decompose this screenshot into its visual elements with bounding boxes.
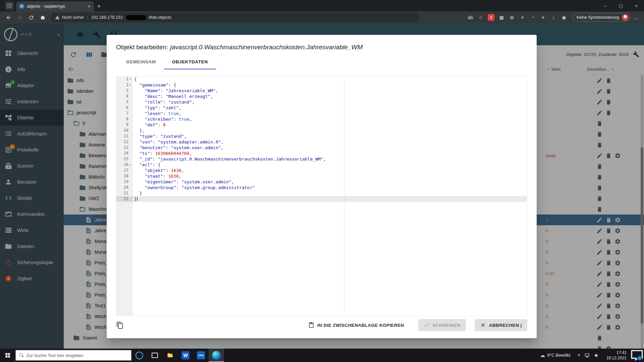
home-button[interactable]	[38, 12, 48, 22]
browser-essentials-icon[interactable]: ♥	[539, 13, 547, 22]
line-number: 16▾	[116, 162, 133, 168]
start-button[interactable]	[0, 349, 15, 362]
json-editor[interactable]: 1▾2▾345678910111213141516▾171819202122 {…	[116, 76, 527, 316]
clock-time: 17:41	[606, 350, 627, 355]
cortana-icon	[136, 352, 143, 359]
text-cursor	[137, 197, 138, 201]
taskbar-search[interactable]	[15, 350, 131, 361]
cortana-button[interactable]	[131, 349, 147, 362]
address-bar[interactable]: Nicht sicher | 192.168.178.151: #tab-obj…	[50, 13, 419, 22]
forward-icon	[17, 15, 23, 20]
editor-code[interactable]: { "gemeinsam": { "Name": "Jahresvariable…	[133, 76, 527, 316]
tray-expand-icon[interactable]: ^	[578, 353, 580, 358]
copy-icon[interactable]	[116, 321, 124, 329]
code-line[interactable]: },	[133, 128, 527, 133]
code-line[interactable]: "eigentümer": "system.user.admin",	[133, 179, 527, 185]
dialog-title-prefix: Objekt bearbeiten:	[116, 44, 168, 51]
action-center-button[interactable]: 3	[630, 349, 644, 362]
search-input[interactable]	[26, 353, 124, 358]
taskbar-clock[interactable]: 17:41 19.12.2021	[603, 350, 630, 361]
fold-icon[interactable]: ▾	[128, 162, 132, 168]
history-icon[interactable]: ◔	[528, 13, 537, 22]
edit-object-dialog: Objekt bearbeiten:javascript.0.Waschmasc…	[107, 35, 537, 338]
browser-tab[interactable]: objects - raspberrypi ×	[16, 1, 94, 11]
translate-icon[interactable]: ab	[466, 13, 475, 22]
workspace-icon[interactable]	[5, 2, 13, 10]
line-number: 7	[116, 111, 133, 116]
code-line[interactable]: "type": "zustand",	[133, 133, 527, 139]
reading-list-icon[interactable]: ≡	[518, 13, 527, 22]
browser-menu-button[interactable]: …	[631, 14, 641, 20]
line-number: 12	[116, 139, 133, 145]
system-tray: ☁ 6°C Bewölkt ^ 17:41 19.12.2021 3	[536, 349, 644, 362]
back-button[interactable]	[3, 12, 13, 22]
tab-title: objects - raspberrypi	[27, 4, 85, 9]
forward-button[interactable]	[15, 12, 25, 22]
code-line[interactable]: "acl": {	[133, 162, 527, 168]
search-icon	[19, 353, 24, 358]
new-tab-button[interactable]: +	[94, 1, 104, 11]
fold-icon[interactable]: ▾	[128, 82, 132, 88]
code-line[interactable]: "desc": "Manuell erzeugt",	[133, 94, 527, 99]
clock-date: 19.12.2021	[606, 355, 627, 361]
windows-taskbar: W VPN ☁ 6°C Bewölkt ^ 17:41 19.12.2021 3	[0, 349, 644, 362]
line-number: 14	[116, 150, 133, 156]
profile-icon[interactable]: ◉	[559, 13, 568, 22]
close-button[interactable]: ×	[629, 0, 644, 11]
code-line[interactable]: "von": "system.adapter.admin.0",	[133, 139, 527, 145]
code-line[interactable]: "Name": "Jahresvariable_WM",	[133, 88, 527, 94]
vpn-button[interactable]: VPN	[193, 349, 209, 362]
line-number: 4	[116, 94, 133, 99]
code-line[interactable]: }	[133, 190, 527, 196]
fold-icon[interactable]: ▾	[128, 76, 132, 82]
window-frame-icon	[7, 3, 12, 8]
code-line[interactable]: "def": 0	[133, 122, 527, 128]
task-view-button[interactable]	[147, 349, 162, 362]
dialog-title: Objekt bearbeiten:javascript.0.Waschmasc…	[107, 35, 537, 52]
copy-to-clipboard-button[interactable]: IN DIE ZWISCHENABLAGE KOPIEREN	[303, 319, 410, 331]
favorites-icon[interactable]: ☆	[476, 13, 485, 22]
red-extension-icon[interactable]: ‖	[488, 14, 494, 21]
notification-icon	[630, 348, 644, 362]
cancel-button[interactable]: ABBRECHEN |	[475, 319, 527, 331]
code-line[interactable]: {	[133, 76, 527, 82]
code-line[interactable]: "lesen": true,	[133, 111, 527, 116]
weather-widget[interactable]: ☁ 6°C Bewölkt	[536, 352, 574, 358]
word-button[interactable]: W	[178, 349, 193, 362]
minimize-button[interactable]: –	[598, 0, 613, 11]
tab-close-icon[interactable]: ×	[88, 4, 91, 9]
code-line[interactable]: "_id": "javascript.0.Waschmaschinenverbr…	[133, 156, 527, 162]
code-line[interactable]: "gemeinsam": {	[133, 82, 527, 88]
sync-label: Keine Synchronisierung	[577, 15, 619, 20]
code-line[interactable]: "schreiben": true,	[133, 116, 527, 122]
file-explorer-button[interactable]	[162, 349, 178, 362]
tab-objektdaten[interactable]: OBJEKTDATEN	[164, 55, 216, 69]
code-line[interactable]: }	[133, 196, 527, 202]
editor-gutter: 1▾2▾345678910111213141516▾171819202122	[116, 76, 133, 316]
volume-icon[interactable]	[594, 353, 600, 358]
tab-favicon	[19, 4, 24, 9]
collections-icon[interactable]: ⊞	[507, 13, 516, 22]
dialog-footer: IN DIE ZWISCHENABLAGE KOPIEREN SCHREIBEN…	[116, 318, 527, 332]
notification-badge: 3	[637, 356, 642, 360]
maximize-button[interactable]: ▢	[613, 0, 629, 11]
code-line[interactable]: "rolle": "zustand",	[133, 99, 527, 105]
code-line[interactable]: "typ": "zahl",	[133, 105, 527, 111]
downloads-icon[interactable]: ↓	[549, 13, 558, 22]
edge-button[interactable]	[209, 349, 224, 362]
code-line[interactable]: "ownerGroup": "system.group.administrato…	[133, 185, 527, 190]
address-separator: |	[86, 15, 89, 20]
code-line[interactable]: "objekt": 1636,	[133, 168, 527, 173]
code-line[interactable]: "staat": 1636,	[133, 173, 527, 179]
network-icon[interactable]	[584, 353, 590, 358]
line-number: 19	[116, 179, 133, 185]
extensions-icon[interactable]: ▦	[497, 13, 506, 22]
line-number: 15	[116, 156, 133, 162]
tab-gemeinsam[interactable]: GEMEINSAM	[118, 55, 164, 69]
refresh-button[interactable]	[26, 12, 36, 22]
write-button[interactable]: SCHREIBEN	[418, 319, 466, 331]
not-secure-warning-icon	[55, 15, 60, 20]
sync-button[interactable]: Keine Synchronisierung	[572, 13, 630, 22]
code-line[interactable]: "ts": 1639660044760,	[133, 150, 527, 156]
code-line[interactable]: "benutzer": "system.user.admin",	[133, 145, 527, 150]
